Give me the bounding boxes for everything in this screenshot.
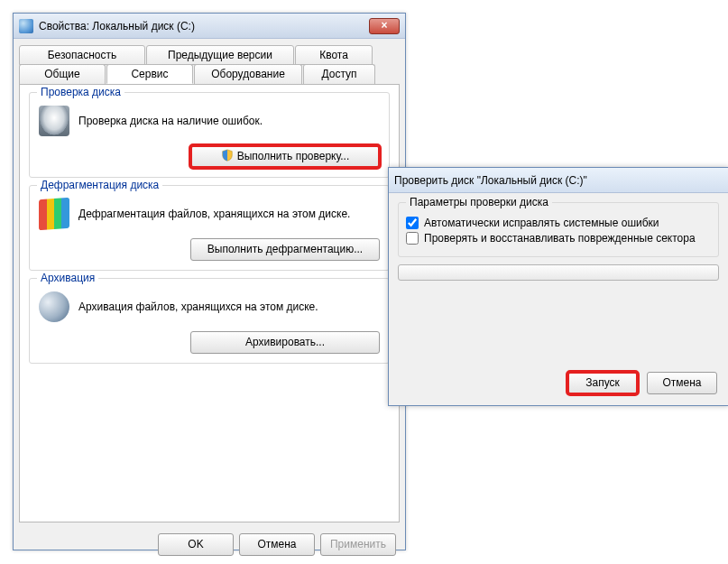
backup-icon	[39, 291, 69, 322]
check-disk-titlebar[interactable]: Проверить диск "Локальный диск (C:)"	[389, 168, 728, 193]
auto-fix-row[interactable]: Автоматически исправлять системные ошибк…	[406, 217, 711, 229]
tab-content: Проверка диска Проверка диска на наличие…	[19, 84, 400, 522]
group-defrag-legend: Дефрагментация диска	[37, 179, 162, 191]
scan-recover-row[interactable]: Проверять и восстанавливать поврежденные…	[406, 232, 711, 245]
drive-icon	[19, 19, 33, 33]
cancel-button[interactable]: Отмена	[239, 533, 315, 556]
run-check-label: Выполнить проверку...	[237, 150, 350, 162]
properties-window: Свойства: Локальный диск (C:) × Безопасн…	[13, 13, 406, 550]
close-button[interactable]: ×	[369, 18, 400, 34]
tab-quota[interactable]: Квота	[295, 45, 373, 65]
tab-tools[interactable]: Сервис	[106, 64, 193, 84]
auto-fix-label: Автоматически исправлять системные ошибк…	[424, 217, 659, 229]
apply-button[interactable]: Применить	[320, 533, 396, 556]
titlebar[interactable]: Свойства: Локальный диск (C:) ×	[14, 14, 405, 39]
check-disk-buttons: Запуск Отмена	[567, 372, 717, 394]
shield-icon	[221, 148, 234, 161]
tab-sharing[interactable]: Доступ	[303, 64, 375, 84]
group-disk-check: Проверка диска Проверка диска на наличие…	[29, 92, 390, 178]
ok-button[interactable]: OK	[158, 533, 234, 556]
disk-icon	[39, 106, 69, 136]
run-check-button[interactable]: Выполнить проверку...	[190, 145, 380, 168]
check-disk-title: Проверить диск "Локальный диск (C:)"	[394, 174, 723, 187]
dialog-buttons: OK Отмена Применить	[14, 528, 405, 561]
scan-recover-checkbox[interactable]	[406, 232, 419, 245]
tab-strip: Безопасность Предыдущие версии Квота Общ…	[19, 45, 400, 84]
defrag-desc: Дефрагментация файлов, хранящихся на это…	[78, 208, 380, 220]
run-defrag-button[interactable]: Выполнить дефрагментацию...	[190, 238, 380, 261]
progress-bar	[398, 264, 719, 281]
auto-fix-checkbox[interactable]	[406, 217, 419, 229]
window-title: Свойства: Локальный диск (C:)	[39, 20, 369, 32]
group-backup-legend: Архивация	[37, 272, 98, 284]
tab-general[interactable]: Общие	[19, 64, 106, 84]
tab-security[interactable]: Безопасность	[19, 45, 145, 65]
tab-hardware[interactable]: Оборудование	[194, 64, 302, 84]
scan-recover-label: Проверять и восстанавливать поврежденные…	[424, 232, 696, 245]
group-defrag: Дефрагментация диска Дефрагментация файл…	[29, 185, 390, 271]
backup-desc: Архивация файлов, хранящихся на этом дис…	[78, 300, 380, 313]
run-backup-button[interactable]: Архивировать...	[190, 331, 380, 354]
tab-previous-versions[interactable]: Предыдущие версии	[146, 45, 294, 65]
check-disk-window: Проверить диск "Локальный диск (C:)" Пар…	[388, 167, 728, 406]
group-disk-check-legend: Проверка диска	[37, 86, 124, 98]
defrag-icon	[39, 198, 69, 230]
check-params-group: Параметры проверки диска Автоматически и…	[398, 202, 719, 257]
check-params-legend: Параметры проверки диска	[406, 196, 552, 208]
disk-check-desc: Проверка диска на наличие ошибок.	[78, 115, 380, 127]
cancel-check-button[interactable]: Отмена	[647, 372, 717, 394]
start-button[interactable]: Запуск	[567, 372, 638, 394]
group-backup: Архивация Архивация файлов, хранящихся н…	[29, 278, 390, 364]
